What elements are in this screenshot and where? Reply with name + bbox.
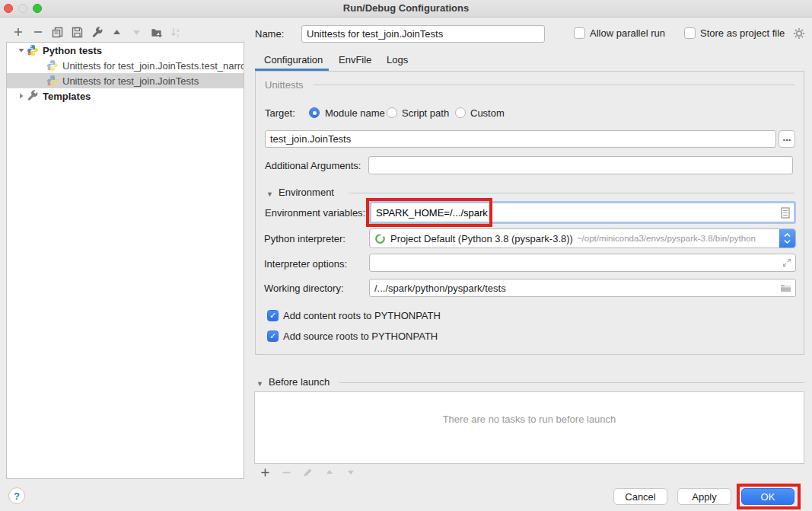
tree-item-test-narrow[interactable]: Unittests for test_join.JoinTests.test_n… bbox=[7, 58, 244, 73]
environment-variables-label: Environment variables: bbox=[265, 207, 365, 219]
tree-item-label: Python tests bbox=[43, 45, 102, 56]
tab-envfile[interactable]: EnvFile bbox=[339, 54, 371, 65]
checkbox-checked[interactable]: ✓ bbox=[267, 310, 279, 321]
radio-custom[interactable] bbox=[455, 107, 466, 118]
move-down-icon[interactable] bbox=[131, 27, 142, 38]
sidebar-toolbar: az bbox=[12, 24, 182, 40]
environment-variables-field[interactable] bbox=[369, 201, 796, 224]
window-title: Run/Debug Configurations bbox=[0, 2, 812, 14]
name-input[interactable] bbox=[301, 25, 545, 43]
folder-icon[interactable] bbox=[780, 283, 791, 292]
edit-templates-wrench-icon[interactable] bbox=[91, 27, 103, 38]
python-interpreter-value: Project Default (Python 3.8 (pyspark-3.8… bbox=[390, 233, 573, 244]
python-test-icon bbox=[46, 75, 59, 87]
checkbox-unchecked[interactable] bbox=[574, 27, 585, 39]
tree-item-templates[interactable]: Templates bbox=[7, 88, 244, 104]
radio-custom-label: Custom bbox=[470, 107, 505, 119]
environment-collapse-icon[interactable]: ▼ bbox=[266, 190, 273, 198]
environment-divider bbox=[349, 193, 794, 193]
sort-alphabetically-icon[interactable]: az bbox=[170, 27, 182, 38]
configurations-tree: Python tests Unittests for test_join.Joi… bbox=[6, 42, 244, 479]
browse-module-button[interactable]: ... bbox=[779, 130, 795, 148]
before-launch-task-list: There are no tasks to run before launch bbox=[254, 391, 804, 464]
store-as-project-file-label: Store as project file bbox=[700, 27, 785, 39]
add-task-icon[interactable] bbox=[260, 467, 271, 478]
tree-item-label: Unittests for test_join.JoinTests.test_n… bbox=[62, 60, 244, 72]
allow-parallel-run-label: Allow parallel run bbox=[590, 27, 665, 39]
move-task-down-icon[interactable] bbox=[345, 467, 356, 478]
add-source-roots-label: Add source roots to PYTHONPATH bbox=[283, 331, 438, 342]
cancel-button[interactable]: Cancel bbox=[613, 488, 667, 505]
tree-item-jointests-selected[interactable]: Unittests for test_join.JoinTests bbox=[7, 73, 244, 88]
gear-icon[interactable] bbox=[793, 27, 805, 40]
chevron-expanded-icon[interactable] bbox=[18, 46, 27, 54]
name-label: Name: bbox=[255, 28, 284, 40]
svg-text:z: z bbox=[177, 32, 179, 37]
run-debug-configurations-dialog: Run/Debug Configurations az bbox=[0, 0, 812, 511]
remove-task-icon[interactable] bbox=[281, 467, 292, 478]
before-launch-collapse-icon[interactable]: ▼ bbox=[256, 380, 263, 388]
tree-item-label: Unittests for test_join.JoinTests bbox=[62, 75, 199, 87]
title-bar: Run/Debug Configurations bbox=[0, 0, 812, 18]
interpreter-options-input[interactable] bbox=[369, 254, 796, 272]
interpreter-options-field bbox=[369, 254, 796, 272]
add-content-roots-checkbox[interactable]: ✓ Add content roots to PYTHONPATH bbox=[267, 310, 441, 321]
add-source-roots-checkbox[interactable]: ✓ Add source roots to PYTHONPATH bbox=[267, 331, 438, 342]
templates-wrench-icon bbox=[27, 90, 39, 102]
conda-interpreter-icon bbox=[374, 233, 386, 244]
allow-parallel-run-checkbox[interactable]: Allow parallel run bbox=[574, 27, 665, 39]
move-up-icon[interactable] bbox=[111, 27, 123, 38]
save-icon[interactable] bbox=[72, 27, 83, 38]
radio-script-path-label: Script path bbox=[402, 107, 449, 119]
interpreter-options-label: Interpreter options: bbox=[264, 258, 347, 270]
tree-item-label: Templates bbox=[43, 91, 91, 102]
checkbox-unchecked[interactable] bbox=[684, 27, 696, 39]
python-interpreter-label: Python interpreter: bbox=[264, 233, 345, 244]
python-test-icon bbox=[46, 59, 59, 72]
checkbox-checked[interactable]: ✓ bbox=[267, 331, 279, 342]
before-launch-empty-text: There are no tasks to run before launch bbox=[255, 414, 804, 425]
svg-text:a: a bbox=[177, 27, 180, 32]
move-task-up-icon[interactable] bbox=[323, 467, 335, 478]
module-name-input[interactable] bbox=[265, 130, 776, 148]
working-directory-field bbox=[369, 279, 796, 297]
browse-env-vars-icon[interactable] bbox=[781, 207, 790, 219]
target-label: Target: bbox=[265, 107, 295, 119]
interpreter-stepper-icon[interactable] bbox=[779, 228, 795, 248]
working-directory-label: Working directory: bbox=[264, 283, 344, 294]
python-tests-icon bbox=[27, 44, 39, 56]
apply-button[interactable]: Apply bbox=[677, 488, 731, 505]
remove-icon[interactable] bbox=[32, 27, 43, 38]
radio-script-path[interactable] bbox=[387, 107, 397, 118]
radio-module-name[interactable] bbox=[309, 107, 320, 118]
add-icon[interactable] bbox=[12, 27, 24, 38]
python-interpreter-select[interactable]: Project Default (Python 3.8 (pyspark-3.8… bbox=[369, 228, 796, 248]
chevron-collapsed-icon[interactable] bbox=[18, 92, 27, 100]
copy-icon[interactable] bbox=[52, 27, 63, 38]
additional-arguments-label: Additional Arguments: bbox=[265, 160, 361, 171]
environment-section-label: Environment bbox=[279, 187, 334, 198]
before-launch-section-label: Before launch bbox=[269, 376, 330, 388]
unittests-group-title: Unittests bbox=[265, 79, 304, 91]
tree-item-python-tests[interactable]: Python tests bbox=[7, 43, 244, 58]
additional-arguments-input[interactable] bbox=[368, 156, 793, 174]
help-button[interactable]: ? bbox=[8, 487, 25, 504]
group-divider bbox=[314, 85, 794, 85]
edit-task-pencil-icon[interactable] bbox=[302, 467, 314, 478]
expand-field-icon[interactable] bbox=[782, 258, 791, 267]
add-content-roots-label: Add content roots to PYTHONPATH bbox=[283, 310, 441, 321]
new-folder-icon[interactable] bbox=[151, 27, 162, 38]
tab-logs[interactable]: Logs bbox=[387, 54, 408, 65]
radio-module-name-label: Module name bbox=[325, 107, 385, 119]
before-launch-toolbar bbox=[260, 465, 356, 479]
before-launch-divider bbox=[339, 382, 804, 383]
tab-configuration[interactable]: Configuration bbox=[264, 54, 323, 65]
python-interpreter-path: ~/opt/miniconda3/envs/pyspark-3.8/bin/py… bbox=[577, 234, 779, 243]
environment-variables-input[interactable] bbox=[371, 203, 781, 222]
ok-button[interactable]: OK bbox=[741, 488, 794, 505]
store-as-project-file-checkbox[interactable]: Store as project file bbox=[684, 27, 785, 39]
working-directory-input[interactable] bbox=[369, 279, 796, 297]
